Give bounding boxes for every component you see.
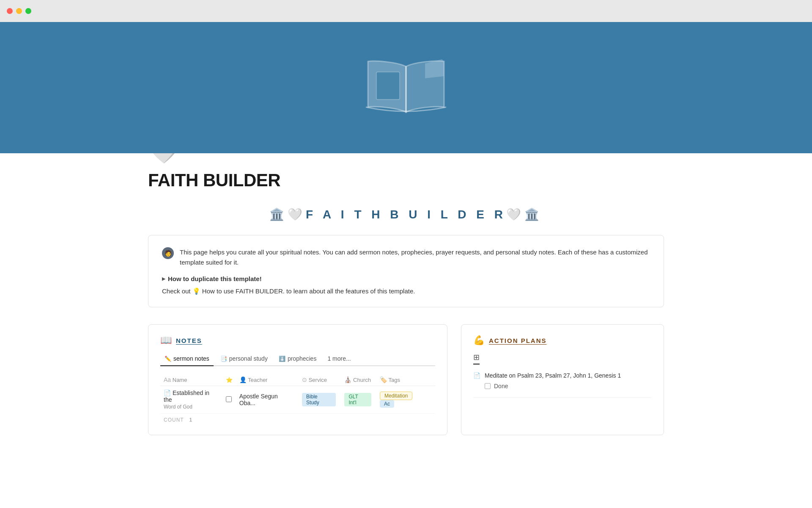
- notes-header: 📖 NOTES: [160, 335, 435, 346]
- tab-personal-study-label: personal study: [229, 355, 268, 362]
- maximize-button[interactable]: [25, 8, 31, 14]
- chevron-right-icon: ▶: [162, 276, 165, 282]
- star-checkbox[interactable]: [226, 396, 232, 402]
- cell-tags: Meditation Ac: [376, 386, 435, 414]
- col-teacher: 👤 Teacher: [236, 374, 299, 386]
- cell-church: GLT Int'l: [341, 386, 376, 414]
- main-grid: 📖 NOTES ✏️ sermon notes 📑 personal study…: [148, 324, 664, 435]
- action-done-row: Done: [485, 383, 621, 389]
- minimize-button[interactable]: [16, 8, 22, 14]
- col-tags: 🏷️ Tags: [376, 374, 435, 386]
- church-badge: GLT Int'l: [344, 393, 371, 406]
- notes-table: Aa Name ⭐ 👤 Teacher ⊙ Service ⛪ Church: [160, 374, 435, 414]
- decorative-title: 🏛️🤍F A I T H B U I L D E R🤍🏛️: [148, 207, 664, 221]
- tab-prophecies-label: prophecies: [288, 355, 317, 362]
- notes-icon: 📖: [160, 335, 172, 346]
- action-plans-header: 💪 ACTION PLANS: [473, 335, 652, 346]
- cell-star[interactable]: [222, 386, 236, 414]
- action-doc-icon: 📄: [473, 372, 480, 379]
- notes-panel: 📖 NOTES ✏️ sermon notes 📑 personal study…: [148, 324, 447, 435]
- service-badge: Bible Study: [302, 393, 336, 406]
- tab-sermon-notes-label: sermon notes: [173, 355, 209, 362]
- action-item-text: Meditate on Psalm 23, Psalm 27, John 1, …: [485, 371, 621, 380]
- page-title: FAITH BUILDER: [148, 170, 664, 190]
- info-description: This page helps you curate all your spir…: [180, 247, 650, 268]
- action-plans-panel: 💪 ACTION PLANS ⊞ 📄 Meditate on Psalm 23,…: [461, 324, 664, 435]
- row-doc-icon: 📄: [164, 389, 171, 396]
- grid-view-icon[interactable]: ⊞: [473, 353, 480, 364]
- cell-service: Bible Study: [299, 386, 341, 414]
- titlebar: [0, 0, 812, 22]
- tab-prophecies[interactable]: ⬇️ prophecies: [274, 353, 321, 366]
- notes-title: NOTES: [176, 337, 202, 344]
- collapsible-toggle[interactable]: ▶ How to duplicate this template!: [162, 275, 650, 282]
- page-content: 🤍 FAITH BUILDER 🏛️🤍F A I T H B U I L D E…: [114, 138, 698, 469]
- col-name: Aa Name: [160, 374, 222, 386]
- bookmark-icon: 📑: [220, 356, 227, 362]
- action-plans-title: ACTION PLANS: [489, 337, 547, 344]
- done-label: Done: [494, 383, 508, 389]
- muscle-icon: 💪: [473, 335, 485, 346]
- info-link: Check out 💡 How to use FAITH BUILDER. to…: [162, 287, 650, 295]
- svg-rect-0: [376, 72, 400, 99]
- cell-name: 📄 Established in theWord of God: [160, 386, 222, 414]
- notes-tabs: ✏️ sermon notes 📑 personal study ⬇️ prop…: [160, 353, 435, 366]
- count-row: COUNT 1: [160, 414, 435, 423]
- collapsible-label: How to duplicate this template!: [168, 275, 262, 282]
- table-row[interactable]: 📄 Established in theWord of God Apostle …: [160, 386, 435, 414]
- tab-personal-study[interactable]: 📑 personal study: [216, 353, 272, 366]
- hero-banner: [0, 22, 812, 153]
- pencil-icon: ✏️: [165, 356, 171, 362]
- avatar: 🧑: [162, 247, 174, 259]
- tag-ac: Ac: [380, 400, 394, 408]
- hero-book-icon: [359, 40, 453, 135]
- tag-meditation: Meditation: [380, 392, 412, 400]
- action-item[interactable]: 📄 Meditate on Psalm 23, Psalm 27, John 1…: [473, 371, 652, 398]
- tab-sermon-notes[interactable]: ✏️ sermon notes: [160, 353, 214, 366]
- col-service: ⊙ Service: [299, 374, 341, 386]
- download-icon: ⬇️: [279, 356, 285, 362]
- tab-more-label: 1 more...: [327, 355, 351, 362]
- col-star: ⭐: [222, 374, 236, 386]
- info-box: 🧑 This page helps you curate all your sp…: [148, 235, 664, 307]
- col-church: ⛪ Church: [341, 374, 376, 386]
- cell-teacher: Apostle Segun Oba...: [236, 386, 299, 414]
- close-button[interactable]: [7, 8, 13, 14]
- done-checkbox[interactable]: [485, 383, 491, 389]
- tab-more[interactable]: 1 more...: [323, 353, 355, 366]
